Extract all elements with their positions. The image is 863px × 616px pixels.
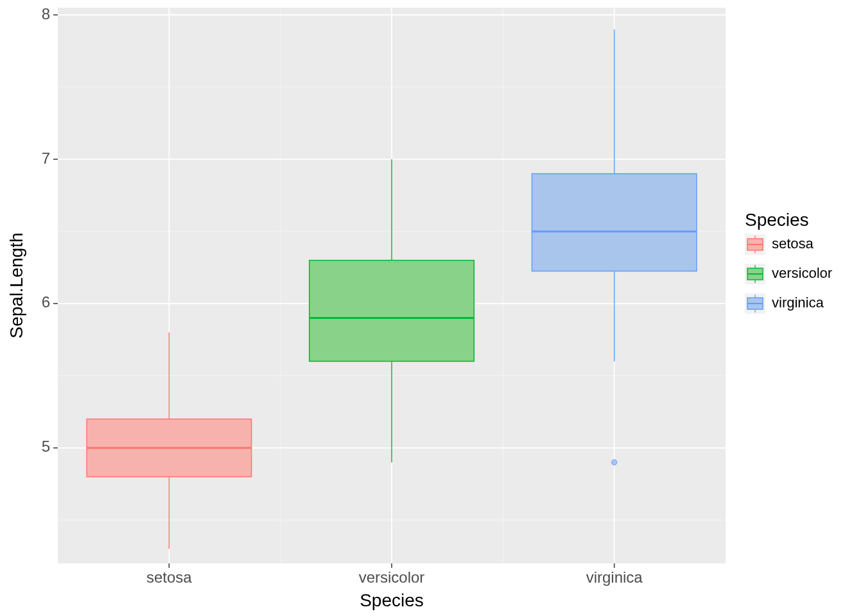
- legend-item: versicolor: [745, 264, 832, 284]
- legend-title: Species: [745, 210, 809, 230]
- y-tick-label: 5: [42, 438, 50, 455]
- y-axis-title: Sepal.Length: [6, 232, 26, 338]
- x-tick-label: setosa: [146, 569, 192, 586]
- legend-label: setosa: [772, 235, 814, 252]
- y-tick-label: 8: [42, 5, 50, 22]
- y-tick-label: 7: [42, 150, 50, 167]
- x-tick-label: virginica: [586, 569, 643, 586]
- svg-rect-20: [309, 261, 475, 361]
- svg-point-26: [611, 459, 616, 465]
- svg-rect-24: [532, 174, 697, 271]
- legend-item: virginica: [745, 293, 824, 314]
- legend: Speciessetosaversicolorvirginica: [745, 210, 832, 314]
- y-tick-label: 6: [42, 293, 50, 311]
- boxplot-chart: 5678setosaversicolorvirginicaSepal.Lengt…: [0, 0, 863, 616]
- x-axis-title: Species: [360, 590, 424, 610]
- legend-item: setosa: [745, 234, 814, 255]
- legend-label: versicolor: [772, 265, 832, 281]
- x-tick-label: versicolor: [359, 569, 425, 586]
- legend-label: virginica: [772, 295, 824, 311]
